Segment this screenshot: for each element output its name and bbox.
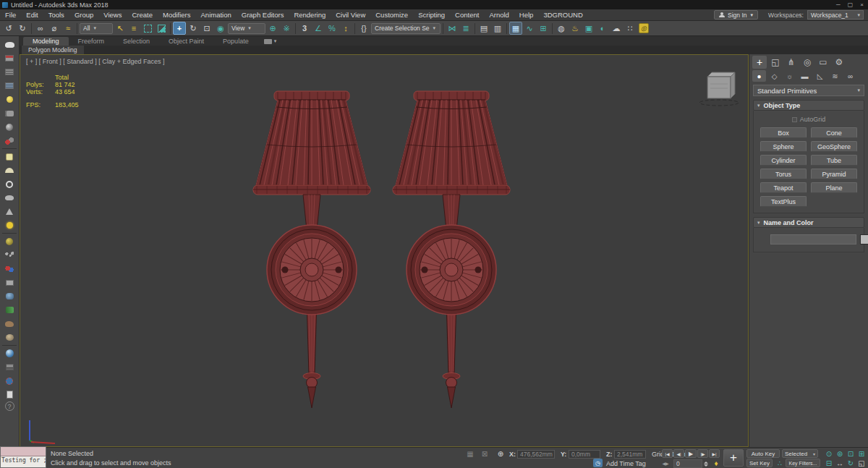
named-selection-sets-icon[interactable]: {} bbox=[357, 22, 370, 35]
menu-create[interactable]: Create bbox=[127, 11, 158, 19]
named-selection-set-dropdown[interactable]: Create Selection Se ▾ bbox=[371, 23, 441, 34]
bind-spacewarp-icon[interactable]: ≈ bbox=[61, 22, 75, 35]
transform-typein-icon[interactable]: ⊕ bbox=[495, 449, 506, 459]
geometry-category-icon[interactable]: ● bbox=[752, 70, 766, 82]
cream-dome-icon[interactable] bbox=[1, 163, 18, 177]
snap-3d-icon[interactable]: 3 bbox=[298, 22, 311, 35]
object-type-header[interactable]: ▾ Object Type bbox=[753, 100, 864, 111]
select-move-icon[interactable]: + bbox=[173, 22, 186, 35]
ribbon-tab-modeling[interactable]: Modeling bbox=[23, 37, 69, 46]
help-icon[interactable]: ? bbox=[5, 401, 14, 411]
zoom-extents-icon[interactable]: ⊡ bbox=[845, 449, 856, 459]
selection-set-dropdown[interactable]: Selected ▾ bbox=[782, 449, 818, 458]
display-tab-icon[interactable]: ▭ bbox=[816, 56, 830, 69]
angle-snap-icon[interactable]: ∠ bbox=[312, 22, 325, 35]
track-table-icon[interactable] bbox=[1, 79, 18, 93]
maximize-button[interactable]: ▢ bbox=[848, 1, 854, 8]
torus-button[interactable]: Torus bbox=[760, 169, 807, 179]
macro-recorder-pane[interactable] bbox=[1, 447, 46, 456]
percent-snap-icon[interactable]: % bbox=[326, 22, 339, 35]
helpers-category-icon[interactable]: ◺ bbox=[813, 70, 827, 82]
select-by-name-icon[interactable]: ≡ bbox=[127, 22, 140, 35]
material-editor-icon[interactable]: ◍ bbox=[555, 22, 568, 35]
shapes-category-icon[interactable]: ◇ bbox=[767, 70, 781, 82]
undo-icon[interactable]: ↺ bbox=[2, 22, 15, 35]
scene-explorer-icon[interactable]: ▤ bbox=[477, 22, 490, 35]
plugin-3dground-icon[interactable]: ◎ bbox=[637, 22, 650, 35]
frame-spinner[interactable] bbox=[704, 459, 708, 468]
selection-filter-dropdown[interactable]: All ▾ bbox=[80, 23, 113, 34]
ribbon-tab-freeform[interactable]: Freeform bbox=[69, 37, 114, 46]
object-color-swatch[interactable] bbox=[860, 234, 868, 244]
primitive-category-dropdown[interactable]: Standard Primitives ▾ bbox=[753, 85, 864, 96]
ribbon-tab-populate[interactable]: Populate bbox=[213, 37, 258, 46]
mirror-icon[interactable]: ⋈ bbox=[446, 22, 459, 35]
systems-category-icon[interactable]: ∞ bbox=[843, 70, 857, 82]
zoom-region-icon[interactable]: ⊟ bbox=[823, 459, 835, 468]
utilities-tab-icon[interactable]: ⚙ bbox=[832, 56, 846, 69]
polygon-modeling-tab[interactable]: Polygon Modeling bbox=[22, 46, 84, 54]
pan-icon[interactable]: ↔ bbox=[834, 459, 846, 468]
autogrid-checkbox[interactable]: AutoGrid bbox=[760, 116, 857, 123]
create-tab-icon[interactable]: + bbox=[752, 56, 767, 69]
tube-button[interactable]: Tube bbox=[811, 155, 857, 166]
listener-pane[interactable]: Testing for ; bbox=[1, 456, 46, 467]
white-ring-icon[interactable] bbox=[1, 177, 18, 191]
layers-icon[interactable] bbox=[1, 360, 18, 374]
create-key-button[interactable]: + bbox=[723, 449, 744, 467]
select-rotate-icon[interactable]: ↻ bbox=[187, 22, 200, 35]
teapot-button[interactable]: Teapot bbox=[760, 182, 807, 193]
document-icon[interactable] bbox=[1, 388, 18, 401]
blue-rock-icon[interactable] bbox=[1, 289, 18, 303]
maximize-viewport-icon[interactable]: ◱ bbox=[856, 459, 867, 468]
reference-coordinate-dropdown[interactable]: View ▾ bbox=[228, 23, 265, 34]
lights-category-icon[interactable]: ☼ bbox=[783, 70, 796, 82]
ribbon-config-icon[interactable]: ▾ bbox=[264, 38, 277, 46]
rendered-frame-icon[interactable]: ▣ bbox=[582, 22, 595, 35]
rectangular-selection-icon[interactable] bbox=[141, 22, 154, 35]
envelope-icon[interactable] bbox=[1, 276, 18, 289]
menu-arnold[interactable]: Arnold bbox=[484, 11, 514, 19]
yellow-box-icon[interactable] bbox=[1, 150, 18, 163]
pyramid-button[interactable]: Pyramid bbox=[811, 169, 857, 179]
selection-lock-icon[interactable]: ⊠ bbox=[479, 449, 490, 459]
set-key-button[interactable]: Set Key bbox=[746, 459, 773, 467]
name-color-header[interactable]: ▾ Name and Color bbox=[753, 217, 864, 228]
gray-cone-icon[interactable] bbox=[1, 205, 18, 218]
key-mode-icon[interactable]: ♦ bbox=[710, 459, 722, 468]
hierarchy-tab-icon[interactable]: ⋔ bbox=[784, 56, 799, 69]
frame-step-arrows-icon[interactable]: ◀▶ bbox=[660, 459, 671, 468]
rock-icon[interactable] bbox=[1, 331, 18, 344]
time-tag-icon[interactable]: ◷ bbox=[593, 459, 603, 467]
window-crossing-icon[interactable] bbox=[155, 22, 168, 35]
menu-content[interactable]: Content bbox=[450, 11, 484, 19]
red-spheres-icon[interactable] bbox=[1, 134, 18, 148]
box-button[interactable]: Box bbox=[760, 127, 807, 138]
textplus-button[interactable]: TextPlus bbox=[760, 196, 807, 207]
workspace-dropdown[interactable]: Workspace_1 ▾ bbox=[807, 10, 864, 20]
menu-animation[interactable]: Animation bbox=[196, 11, 237, 19]
select-link-icon[interactable]: ∞ bbox=[34, 22, 47, 35]
key-filters-button[interactable]: Key Filters... bbox=[786, 459, 820, 467]
menu-scripting[interactable]: Scripting bbox=[413, 11, 450, 19]
previous-frame-button[interactable]: ◀| bbox=[673, 449, 684, 458]
sphere-button[interactable]: Sphere bbox=[760, 141, 807, 152]
moon-sphere-icon[interactable] bbox=[1, 120, 18, 134]
zoom-extents-all-icon[interactable]: ⊞ bbox=[856, 449, 867, 459]
ribbon-tab-selection[interactable]: Selection bbox=[114, 37, 159, 46]
sun-icon[interactable] bbox=[1, 218, 18, 232]
grass-icon[interactable] bbox=[1, 303, 18, 317]
y-coordinate-field[interactable]: 0,0mm bbox=[569, 450, 600, 459]
auto-key-button[interactable]: Auto Key bbox=[746, 449, 780, 458]
menu-rendering[interactable]: Rendering bbox=[289, 11, 331, 19]
blue-glossy-sphere-icon[interactable] bbox=[1, 346, 18, 360]
maxscript-mini-listener[interactable]: Testing for ; bbox=[0, 446, 46, 468]
plane-button[interactable]: Plane bbox=[811, 182, 857, 193]
close-button[interactable]: × bbox=[860, 1, 864, 8]
render-cloud-icon[interactable]: ☁ bbox=[610, 22, 623, 35]
lamp-wireframe-right[interactable] bbox=[393, 91, 510, 408]
menu-customize[interactable]: Customize bbox=[370, 11, 413, 19]
state-sets-icon[interactable]: ∷ bbox=[624, 22, 637, 35]
cameras-category-icon[interactable]: ▬ bbox=[798, 70, 812, 82]
add-time-tag[interactable]: Add Time Tag bbox=[606, 460, 646, 467]
